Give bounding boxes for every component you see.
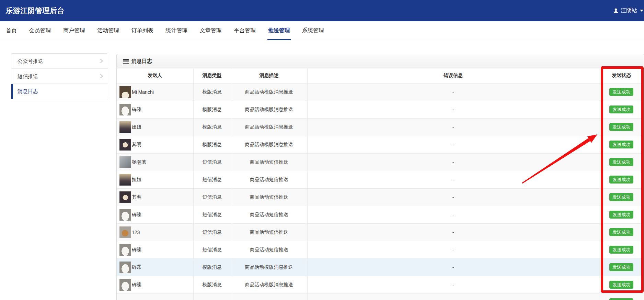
user-icon bbox=[613, 8, 619, 13]
send-status-cell: 发送成功 bbox=[599, 153, 644, 171]
send-status-cell: 发送成功 bbox=[599, 276, 644, 293]
message-desc-cell: 商品活动短信推送 bbox=[231, 241, 307, 258]
avatar bbox=[119, 174, 131, 186]
sidebar-item-message-log[interactable]: 消息日志 bbox=[11, 84, 108, 99]
sender-name: 其明 bbox=[132, 194, 141, 200]
status-badge: 发送成功 bbox=[609, 158, 633, 166]
list-icon bbox=[123, 59, 129, 64]
table-row[interactable]: 砗磲 模版消息 商品活动模版消息推送 - 发送成功 bbox=[117, 276, 644, 293]
error-info-cell: - bbox=[307, 153, 599, 171]
status-badge: 发送成功 bbox=[609, 105, 633, 113]
table-row[interactable]: 杨瀚茗 短信消息 商品活动短信推送 - 发送成功 bbox=[117, 153, 644, 171]
sidebar-item-label: 短信推送 bbox=[18, 73, 38, 79]
avatar bbox=[119, 244, 131, 256]
nav-item-platform[interactable]: 平台管理 bbox=[233, 21, 256, 40]
table-row[interactable]: 砗磲 短信消息 商品活动短信推送 - 发送成功 bbox=[117, 206, 644, 223]
status-badge: 发送成功 bbox=[609, 211, 633, 219]
error-info-cell: - bbox=[307, 171, 599, 188]
nav-item-push[interactable]: 推送管理 bbox=[267, 21, 291, 40]
user-menu[interactable]: 江阴站 bbox=[613, 0, 644, 21]
sender-name: 杨瀚茗 bbox=[132, 159, 146, 165]
sender-name: 妞妞 bbox=[132, 177, 141, 183]
panel-title: 消息日志 bbox=[131, 58, 152, 65]
message-type-cell: 模版消息 bbox=[193, 118, 231, 136]
col-header-error-info: 错误信息 bbox=[307, 68, 599, 83]
message-type-cell: 短信消息 bbox=[193, 241, 231, 258]
error-info-cell bbox=[307, 293, 599, 300]
nav-item-activities[interactable]: 活动管理 bbox=[96, 21, 120, 40]
error-info-cell: - bbox=[307, 276, 599, 293]
table-row[interactable]: 其明 模版消息 商品活动模版消息推送 - 发送成功 bbox=[117, 136, 644, 153]
message-type-cell: 短信消息 bbox=[193, 223, 231, 241]
sidebar-item-label: 公众号推送 bbox=[18, 58, 43, 64]
status-badge: 发送成功 bbox=[609, 263, 633, 271]
status-badge: 发送成功 bbox=[609, 176, 633, 184]
sender-name: 砗磲 bbox=[132, 212, 141, 218]
status-badge: 发送成功 bbox=[609, 88, 633, 96]
table-row[interactable]: Mi Manchi 模版消息 商品活动模版消息推送 - 发送成功 bbox=[117, 83, 644, 101]
table-row[interactable]: 其明 短信消息 商品活动短信推送 - 发送成功 bbox=[117, 188, 644, 206]
avatar bbox=[119, 156, 131, 168]
table-row[interactable]: 砗磲 模版消息 商品活动模版消息推送 - 发送成功 bbox=[117, 258, 644, 276]
nav-item-members[interactable]: 会员管理 bbox=[28, 21, 51, 40]
message-type-cell bbox=[193, 293, 231, 300]
nav-item-system[interactable]: 系统管理 bbox=[301, 21, 325, 40]
avatar bbox=[119, 209, 131, 221]
message-desc-cell: 商品活动短信推送 bbox=[231, 153, 307, 171]
nav-item-statistics[interactable]: 统计管理 bbox=[165, 21, 188, 40]
table-row[interactable]: 砗磲 模版消息 商品活动模版消息推送 - 发送成功 bbox=[117, 101, 644, 118]
col-header-send-status: 发送状态 bbox=[599, 68, 644, 83]
message-desc-cell bbox=[231, 293, 307, 300]
nav-item-home[interactable]: 首页 bbox=[5, 21, 18, 40]
avatar bbox=[119, 262, 131, 273]
status-badge: 发送成功 bbox=[609, 228, 633, 236]
message-desc-cell: 商品活动模版消息推送 bbox=[231, 136, 307, 153]
send-status-cell: 发送成功 bbox=[599, 206, 644, 223]
avatar bbox=[119, 226, 131, 238]
table-row[interactable]: 妞妞 模版消息 商品活动模版消息推送 - 发送成功 bbox=[117, 118, 644, 136]
avatar bbox=[119, 191, 131, 203]
message-desc-cell: 商品活动短信推送 bbox=[231, 223, 307, 241]
message-type-cell: 短信消息 bbox=[193, 153, 231, 171]
sidebar-item-official-account-push[interactable]: 公众号推送 bbox=[11, 54, 108, 69]
page-title: 乐游江阴管理后台 bbox=[5, 0, 65, 21]
message-type-cell: 模版消息 bbox=[193, 101, 231, 118]
table-row[interactable]: 砗磲 短信消息 商品活动短信推送 - 发送成功 bbox=[117, 241, 644, 258]
message-type-cell: 模版消息 bbox=[193, 258, 231, 276]
col-header-message-type: 消息类型 bbox=[193, 68, 231, 83]
sender-name: 其明 bbox=[132, 142, 141, 148]
send-status-cell: 发送成功 bbox=[599, 136, 644, 153]
sender-name: 妞妞 bbox=[132, 124, 141, 130]
nav-item-articles[interactable]: 文章管理 bbox=[199, 21, 222, 40]
table-row[interactable]: 123 短信消息 商品活动短信推送 - 发送成功 bbox=[117, 223, 644, 241]
table-header-row: 发送人 消息类型 消息描述 错误信息 发送状态 bbox=[117, 68, 644, 83]
table-row[interactable]: 妞妞 短信消息 商品活动短信推送 - 发送成功 bbox=[117, 171, 644, 188]
message-desc-cell: 商品活动短信推送 bbox=[231, 171, 307, 188]
message-desc-cell: 商品活动短信推送 bbox=[231, 188, 307, 206]
col-header-sender: 发送人 bbox=[117, 68, 193, 83]
sender-name: 123 bbox=[132, 230, 140, 235]
status-badge: 发送成功 bbox=[609, 193, 633, 201]
error-info-cell: - bbox=[307, 118, 599, 136]
message-type-cell: 模版消息 bbox=[193, 276, 231, 293]
send-status-cell: 发送成功 bbox=[599, 171, 644, 188]
sidebar-item-sms-push[interactable]: 短信推送 bbox=[11, 69, 108, 84]
error-info-cell: - bbox=[307, 223, 599, 241]
nav-item-merchants[interactable]: 商户管理 bbox=[62, 21, 86, 40]
avatar bbox=[119, 279, 131, 291]
col-header-message-desc: 消息描述 bbox=[231, 68, 307, 83]
message-type-cell: 模版消息 bbox=[193, 83, 231, 101]
send-status-cell: 发送成功 bbox=[599, 241, 644, 258]
nav-item-orders[interactable]: 订单列表 bbox=[131, 21, 154, 40]
sender-name: 砗磲 bbox=[132, 247, 141, 253]
message-desc-cell: 商品活动模版消息推送 bbox=[231, 83, 307, 101]
table-row[interactable]: 发送成功 bbox=[117, 293, 644, 300]
message-type-cell: 短信消息 bbox=[193, 188, 231, 206]
main-nav: 首页 会员管理 商户管理 活动管理 订单列表 统计管理 文章管理 平台管理 推送… bbox=[0, 21, 644, 40]
status-badge: 发送成功 bbox=[609, 123, 633, 131]
message-type-cell: 模版消息 bbox=[193, 136, 231, 153]
message-desc-cell: 商品活动模版消息推送 bbox=[231, 276, 307, 293]
chevron-right-icon bbox=[99, 74, 103, 78]
message-desc-cell: 商品活动模版消息推送 bbox=[231, 118, 307, 136]
sidebar: 公众号推送 短信推送 消息日志 bbox=[11, 53, 108, 99]
